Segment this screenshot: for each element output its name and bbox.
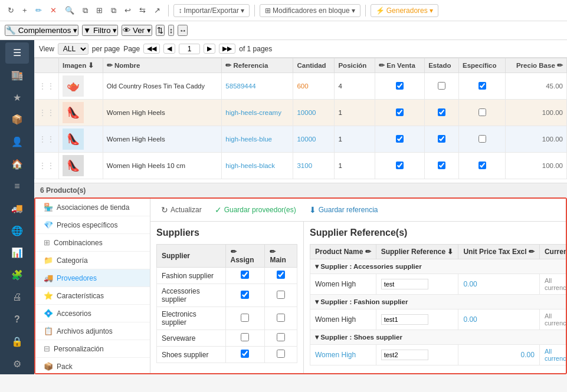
refresh-button[interactable]: ↻ xyxy=(5,4,17,17)
product-ref[interactable]: high-heels-black xyxy=(222,153,293,179)
product-estado[interactable] xyxy=(425,126,459,153)
nav-star[interactable]: ★ xyxy=(5,87,29,108)
nav-button[interactable]: ↗ xyxy=(151,4,163,17)
link-button[interactable]: ⧉ xyxy=(108,4,119,17)
supplier-assign[interactable] xyxy=(225,284,265,307)
product-estado[interactable] xyxy=(425,73,459,100)
nav-question[interactable]: ? xyxy=(5,309,29,330)
product-en-venta[interactable] xyxy=(375,153,425,179)
nav-truck[interactable]: 🚚 xyxy=(5,198,29,219)
drag-handle[interactable]: ⋮⋮ xyxy=(35,100,59,126)
actualizar-button[interactable]: ↻ Actualizar xyxy=(158,203,205,216)
import-button[interactable]: ↩ xyxy=(122,4,134,17)
col-order-button[interactable]: ↕ xyxy=(168,25,175,36)
nav-store[interactable]: 🏬 xyxy=(5,65,29,86)
product-estado[interactable] xyxy=(425,100,459,126)
prev-page-button[interactable]: ◀ xyxy=(163,44,175,54)
nav-person[interactable]: 👤 xyxy=(5,131,29,153)
product-name[interactable]: Women High Heels xyxy=(103,126,222,153)
submenu-asociaciones[interactable]: 🏪 Asociaciones de tienda xyxy=(35,199,150,216)
col-en-venta[interactable]: ✏ En Venta xyxy=(375,58,425,73)
submenu-accesorios[interactable]: 💠 Accesorios xyxy=(35,305,150,322)
next-page-button[interactable]: ▶ xyxy=(204,44,215,54)
ver-button[interactable]: 👁 Ver ▾ xyxy=(122,25,152,36)
supplier-main[interactable] xyxy=(265,347,297,363)
col-precio-base[interactable]: Precio Base ✏ xyxy=(506,58,567,73)
supplier-main[interactable] xyxy=(265,330,297,347)
product-especifico[interactable] xyxy=(458,153,505,179)
drag-handle[interactable]: ⋮⋮ xyxy=(35,153,59,179)
view-select[interactable]: ALL xyxy=(58,43,89,55)
generators-button[interactable]: ⚡ Generadores ▾ xyxy=(371,4,438,17)
nav-puzzle[interactable]: 🧩 xyxy=(5,265,29,286)
guardar-referencia-button[interactable]: ⬇ Guardar referencia xyxy=(306,203,382,216)
supplier-main[interactable] xyxy=(265,284,297,307)
col-sort-button[interactable]: ⇅ xyxy=(156,25,165,36)
expand-icon[interactable]: ▾ xyxy=(315,263,319,270)
nav-chart[interactable]: 📊 xyxy=(5,242,29,263)
drag-handle[interactable]: ⋮⋮ xyxy=(35,126,59,153)
supplier-main[interactable] xyxy=(265,268,297,284)
submenu-personalizacion[interactable]: ⊟ Personalización xyxy=(35,340,150,358)
product-name[interactable]: Women High Heels 10 cm xyxy=(103,153,222,179)
filtro-button[interactable]: ▼ Filtro ▾ xyxy=(82,25,118,36)
delete-button[interactable]: ✕ xyxy=(47,4,60,17)
submenu-categoria[interactable]: 📁 Categoría xyxy=(35,252,150,269)
submenu-precios[interactable]: 💎 Precios específicos xyxy=(35,216,150,234)
import-export-button[interactable]: ↕ Importar/Exportar ▾ xyxy=(173,4,250,17)
product-estado[interactable] xyxy=(425,153,459,179)
product-en-venta[interactable] xyxy=(375,100,425,126)
nav-gear[interactable]: ⚙ xyxy=(5,353,29,374)
copy-button[interactable]: ⧉ xyxy=(80,4,91,17)
col-referencia[interactable]: ✏ Referencia xyxy=(222,58,293,73)
guardar-proveedores-button[interactable]: ✓ Guardar proveedor(es) xyxy=(211,203,300,216)
submenu-combinaciones[interactable]: ⊞ Combinaciones xyxy=(35,234,150,252)
nav-globe[interactable]: 🌐 xyxy=(5,220,29,241)
product-table-scroll[interactable]: Imagen ⬇ ✏ Nombre ✏ Referencia Cantidad … xyxy=(34,58,567,183)
supplier-assign[interactable] xyxy=(225,307,265,330)
nav-printer[interactable]: 🖨 xyxy=(5,286,29,308)
nav-list[interactable]: ≡ xyxy=(5,176,29,197)
col-nombre[interactable]: ✏ Nombre xyxy=(103,58,222,73)
product-name[interactable]: Women High Heels xyxy=(103,100,222,126)
drag-handle[interactable]: ⋮⋮ xyxy=(35,73,59,100)
nav-box[interactable]: 📦 xyxy=(5,109,29,130)
supplier-assign[interactable] xyxy=(225,268,265,284)
edit-button[interactable]: ✏ xyxy=(32,4,45,17)
supplier-main[interactable] xyxy=(265,307,297,330)
add-button[interactable]: + xyxy=(19,4,30,17)
submenu-archivos[interactable]: 📋 Archivos adjuntos xyxy=(35,322,150,340)
expand-icon[interactable]: ▾ xyxy=(315,334,319,341)
ref-reference[interactable] xyxy=(376,309,458,330)
product-name[interactable]: Old Country Roses Tin Tea Caddy xyxy=(103,73,222,100)
page-input[interactable] xyxy=(179,44,200,54)
nav-home[interactable]: 🏠 xyxy=(5,153,29,174)
col-imagen[interactable]: Imagen ⬇ xyxy=(59,58,103,73)
ref-reference[interactable] xyxy=(376,274,458,295)
ref-product-name[interactable]: Women High xyxy=(310,345,376,365)
product-en-venta[interactable] xyxy=(375,126,425,153)
product-ref[interactable]: high-heels-blue xyxy=(222,126,293,153)
search-button[interactable]: 🔍 xyxy=(62,4,77,17)
bulk-modifiers-button[interactable]: ⊞ Modificadores en bloque ▾ xyxy=(260,4,360,17)
submenu-proveedores[interactable]: 🚚 Proveedores xyxy=(35,269,150,287)
grid-button[interactable]: ⊞ xyxy=(93,4,106,17)
first-page-button[interactable]: ◀◀ xyxy=(143,44,160,54)
submenu-pack[interactable]: 📦 Pack xyxy=(35,358,150,373)
last-page-button[interactable]: ▶▶ xyxy=(219,44,235,54)
product-especifico[interactable] xyxy=(458,100,505,126)
product-especifico[interactable] xyxy=(458,126,505,153)
supplier-assign[interactable] xyxy=(225,347,265,363)
product-ref[interactable]: 58589444 xyxy=(222,73,293,100)
nav-menu[interactable]: ☰ xyxy=(5,42,29,64)
ref-reference[interactable] xyxy=(376,345,458,365)
product-en-venta[interactable] xyxy=(375,73,425,100)
expand-icon[interactable]: ▾ xyxy=(315,298,319,305)
supplier-assign[interactable] xyxy=(225,330,265,347)
col-filter-button[interactable]: ↔ xyxy=(178,25,188,36)
complementos-button[interactable]: 🔧 Complementos ▾ xyxy=(5,25,78,36)
submenu-caracteristicas[interactable]: ⭐ Características xyxy=(35,287,150,305)
arrow2-button[interactable]: ⇆ xyxy=(136,4,149,17)
product-especifico[interactable] xyxy=(458,73,505,100)
nav-lock[interactable]: 🔒 xyxy=(5,331,29,353)
